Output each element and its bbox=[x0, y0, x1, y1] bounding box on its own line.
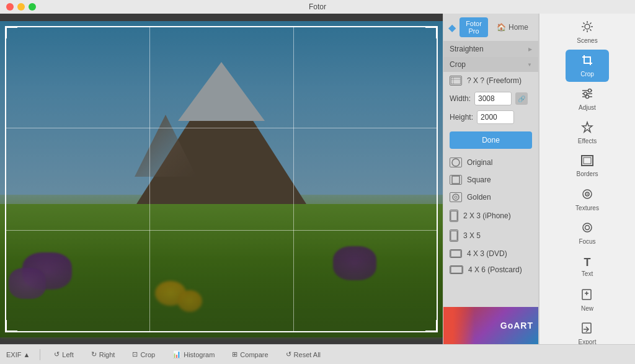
svg-rect-0 bbox=[451, 77, 461, 84]
textures-label: Textures bbox=[575, 205, 599, 211]
svg-point-6 bbox=[455, 196, 457, 198]
title-bar: Fotor bbox=[0, 0, 635, 14]
crop-option-square[interactable]: Square bbox=[443, 171, 538, 189]
promo-text: GoART bbox=[500, 321, 533, 331]
tool-focus[interactable]: Focus bbox=[566, 217, 609, 249]
exif-button[interactable]: EXIF ▲ bbox=[6, 351, 30, 358]
tool-borders[interactable]: Borders bbox=[566, 150, 609, 182]
iphone-icon bbox=[450, 210, 458, 222]
svg-line-19 bbox=[584, 29, 585, 30]
height-input[interactable] bbox=[477, 110, 514, 124]
crop-section-header[interactable]: Crop ▼ bbox=[443, 57, 538, 72]
promo-face bbox=[443, 307, 474, 344]
svg-point-31 bbox=[587, 193, 588, 195]
exif-label: EXIF bbox=[6, 351, 21, 358]
width-row: Width: 🔗 bbox=[443, 89, 538, 108]
tool-textures[interactable]: Textures bbox=[566, 184, 609, 216]
handle-br[interactable] bbox=[425, 320, 438, 332]
link-icon[interactable]: 🔗 bbox=[515, 92, 528, 105]
handle-bl[interactable] bbox=[5, 320, 17, 332]
tool-new[interactable]: New bbox=[566, 284, 609, 316]
svg-marker-26 bbox=[582, 122, 592, 132]
text-icon: T bbox=[584, 256, 591, 269]
focus-icon bbox=[581, 221, 593, 237]
crop-option-postcard[interactable]: 4 X 6 (Postcard) bbox=[443, 262, 538, 278]
exif-arrow-icon: ▲ bbox=[23, 351, 30, 358]
svg-point-11 bbox=[585, 24, 590, 29]
histogram-button[interactable]: 📊 Histogram bbox=[169, 349, 218, 360]
photo-container bbox=[0, 21, 443, 337]
scenes-icon bbox=[581, 20, 593, 36]
compare-icon: ⊞ bbox=[232, 350, 238, 358]
tool-adjust[interactable]: Adjust bbox=[566, 83, 609, 115]
svg-rect-9 bbox=[451, 251, 461, 257]
promo-banner[interactable]: GoART bbox=[443, 307, 538, 344]
handle-tr[interactable] bbox=[425, 26, 438, 38]
crop-label: Crop bbox=[580, 71, 594, 78]
home-button[interactable]: 🏠 Home bbox=[492, 20, 533, 34]
focus-label: Focus bbox=[579, 238, 595, 245]
crop-option-iphone[interactable]: 2 X 3 (iPhone) bbox=[443, 206, 538, 226]
straighten-section[interactable]: Straighten ▶ bbox=[443, 41, 538, 57]
rotate-right-button[interactable]: ↻ Right bbox=[87, 349, 119, 360]
tool-text[interactable]: T Text bbox=[566, 251, 609, 283]
done-button[interactable]: Done bbox=[450, 131, 532, 149]
handle-tl[interactable] bbox=[5, 26, 17, 38]
tool-crop[interactable]: Crop bbox=[566, 50, 609, 82]
width-input[interactable] bbox=[474, 92, 512, 105]
crop-option-golden[interactable]: Golden bbox=[443, 189, 538, 206]
diamond-icon: ◆ bbox=[448, 22, 456, 33]
effects-label: Effects bbox=[578, 138, 597, 144]
freeform-option[interactable]: ? X ? (Freeform) bbox=[443, 72, 538, 89]
svg-point-33 bbox=[585, 226, 590, 230]
new-icon bbox=[581, 288, 593, 304]
chevron-icon: ▶ bbox=[528, 47, 532, 52]
textures-icon bbox=[581, 188, 593, 203]
crop-bottom-button[interactable]: ⊡ Crop bbox=[128, 349, 159, 360]
3x5-icon bbox=[450, 229, 458, 242]
canvas-area[interactable] bbox=[0, 14, 443, 344]
tool-scenes[interactable]: Scenes bbox=[566, 16, 609, 48]
close-button[interactable] bbox=[6, 3, 14, 11]
bottom-bar: EXIF ▲ ↺ Left ↻ Right ⊡ Crop 📊 Histogram… bbox=[0, 344, 635, 364]
square-icon bbox=[450, 175, 462, 185]
svg-rect-28 bbox=[584, 158, 591, 164]
tool-export[interactable]: Export bbox=[566, 317, 609, 344]
dvd-icon bbox=[450, 249, 462, 258]
effects-icon bbox=[581, 121, 593, 136]
svg-rect-10 bbox=[451, 267, 462, 273]
rotate-left-button[interactable]: ↺ Left bbox=[50, 349, 77, 360]
reset-all-button[interactable]: ↺ Reset All bbox=[282, 349, 324, 360]
reset-icon: ↺ bbox=[286, 350, 291, 358]
app-title: Fotor bbox=[309, 2, 326, 11]
adjust-label: Adjust bbox=[579, 104, 596, 111]
app-body: ◆ Fotor Pro 🏠 Home Straighten ▶ Crop ▼ ?… bbox=[0, 14, 635, 344]
svg-rect-7 bbox=[451, 211, 457, 220]
crop-option-original[interactable]: Original bbox=[443, 154, 538, 171]
svg-point-25 bbox=[586, 95, 589, 99]
rotate-left-icon: ↺ bbox=[54, 350, 60, 358]
minimize-button[interactable] bbox=[17, 3, 25, 11]
golden-icon bbox=[450, 192, 462, 202]
borders-label: Borders bbox=[576, 171, 598, 177]
crop-option-3x5[interactable]: 3 X 5 bbox=[443, 226, 538, 246]
original-icon bbox=[450, 158, 462, 167]
divider-1 bbox=[40, 349, 40, 360]
fotor-pro-header: ◆ Fotor Pro 🏠 Home bbox=[443, 14, 538, 41]
crop-option-dvd[interactable]: 4 X 3 (DVD) bbox=[443, 246, 538, 262]
export-label: Export bbox=[579, 339, 597, 344]
svg-rect-4 bbox=[452, 176, 460, 184]
text-label: Text bbox=[582, 270, 593, 277]
svg-point-3 bbox=[452, 159, 460, 166]
svg-point-23 bbox=[588, 89, 592, 92]
maximize-button[interactable] bbox=[29, 3, 36, 11]
crop-clear bbox=[5, 26, 438, 332]
height-row: Height: bbox=[443, 108, 538, 127]
svg-point-21 bbox=[584, 92, 587, 95]
new-label: New bbox=[581, 305, 593, 312]
chevron-down-icon: ▼ bbox=[527, 62, 532, 68]
compare-button[interactable]: ⊞ Compare bbox=[228, 349, 272, 360]
tool-effects[interactable]: Effects bbox=[566, 117, 609, 149]
window-controls bbox=[6, 3, 36, 11]
fotor-pro-button[interactable]: Fotor Pro bbox=[460, 17, 488, 37]
